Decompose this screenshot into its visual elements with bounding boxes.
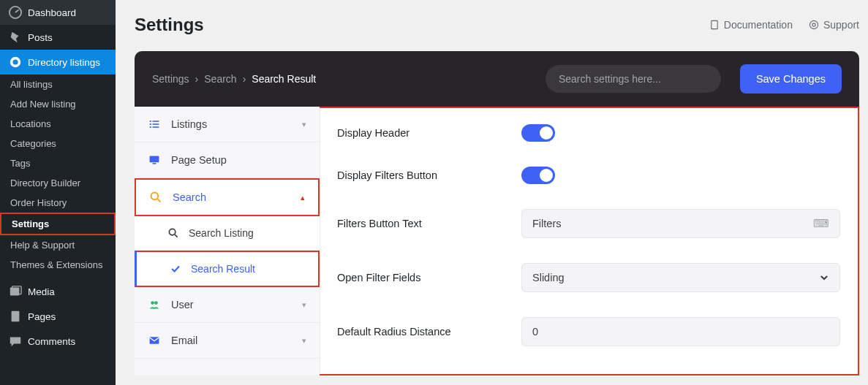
section-user[interactable]: User ▾ bbox=[135, 287, 320, 323]
settings-topbar: Settings › Search › Search Result Save C… bbox=[135, 51, 859, 107]
users-icon bbox=[148, 299, 161, 310]
submenu-help[interactable]: Help & Support bbox=[0, 235, 116, 255]
envelope-icon bbox=[148, 335, 161, 346]
toggle-display-header[interactable] bbox=[521, 124, 555, 142]
svg-point-19 bbox=[169, 229, 175, 235]
field-label: Display Header bbox=[337, 127, 521, 139]
submenu-locations[interactable]: Locations bbox=[0, 114, 116, 134]
svg-line-18 bbox=[157, 199, 160, 202]
field-label: Default Radius Distance bbox=[337, 326, 521, 338]
menu-media[interactable]: Media bbox=[0, 279, 116, 304]
section-label: Email bbox=[171, 335, 197, 346]
documentation-link[interactable]: Documentation bbox=[709, 19, 793, 31]
text-field[interactable] bbox=[532, 218, 813, 229]
input-default-radius[interactable] bbox=[521, 317, 840, 346]
submenu-tags[interactable]: Tags bbox=[0, 153, 116, 173]
main-content: Settings Documentation Support Settings … bbox=[116, 0, 868, 385]
pin-icon bbox=[9, 31, 22, 44]
section-label: Search Result bbox=[191, 263, 255, 275]
section-listings[interactable]: Listings ▾ bbox=[135, 107, 320, 142]
section-search[interactable]: Search ▴ bbox=[135, 178, 320, 216]
row-filters-button-text: Filters Button Text ⌨ bbox=[337, 209, 840, 238]
svg-point-7 bbox=[809, 20, 818, 28]
menu-dashboard[interactable]: Dashboard bbox=[0, 0, 116, 25]
row-open-filter-fields: Open Filter Fields Sliding bbox=[337, 263, 840, 292]
search-icon bbox=[149, 191, 162, 203]
svg-line-20 bbox=[175, 235, 178, 237]
menu-label: Directory listings bbox=[28, 57, 100, 68]
section-email[interactable]: Email ▾ bbox=[135, 323, 320, 359]
monitor-icon bbox=[148, 154, 161, 166]
chevron-right-icon: › bbox=[195, 73, 199, 85]
section-label: Listings bbox=[171, 118, 207, 130]
document-icon bbox=[709, 20, 720, 30]
link-label: Documentation bbox=[724, 19, 793, 31]
submenu-builder[interactable]: Directory Builder bbox=[0, 173, 116, 193]
section-page-setup[interactable]: Page Setup bbox=[135, 142, 320, 178]
section-label: Page Setup bbox=[171, 154, 227, 166]
section-label: Search Listing bbox=[189, 227, 254, 239]
chevron-up-icon: ▴ bbox=[301, 193, 305, 202]
submenu-add-new[interactable]: Add New listing bbox=[0, 94, 116, 114]
field-label: Filters Button Text bbox=[337, 218, 521, 229]
form-panel: Display Header Display Filters Button Fi… bbox=[320, 107, 859, 376]
submenu-themes[interactable]: Themes & Extensions bbox=[0, 255, 116, 275]
svg-rect-5 bbox=[12, 311, 20, 321]
media-icon bbox=[9, 285, 22, 298]
chevron-down-icon bbox=[819, 272, 829, 283]
input-suffix-icon: ⌨ bbox=[813, 218, 829, 229]
select-value: Sliding bbox=[532, 272, 565, 283]
input-filters-text[interactable]: ⌨ bbox=[521, 209, 840, 238]
submenu-categories[interactable]: Categories bbox=[0, 134, 116, 153]
section-sub-search-listing[interactable]: Search Listing bbox=[135, 216, 320, 251]
row-display-header: Display Header bbox=[337, 124, 840, 142]
toggle-display-filters[interactable] bbox=[521, 167, 555, 184]
crumb-leaf: Search Result bbox=[252, 73, 316, 85]
menu-label: Comments bbox=[28, 336, 75, 347]
settings-sections: Listings ▾ Page Setup Search ▴ Search bbox=[135, 107, 320, 376]
save-button[interactable]: Save Changes bbox=[740, 64, 842, 94]
svg-rect-6 bbox=[712, 20, 717, 28]
dashboard-icon bbox=[9, 6, 22, 19]
submenu-settings[interactable]: Settings bbox=[0, 213, 116, 235]
section-sub-search-result[interactable]: Search Result bbox=[135, 251, 320, 287]
field-label: Open Filter Fields bbox=[337, 272, 521, 283]
menu-pages[interactable]: Pages bbox=[0, 304, 116, 329]
comments-icon bbox=[9, 335, 22, 348]
topbar-right: Save Changes bbox=[546, 64, 842, 94]
support-link[interactable]: Support bbox=[809, 19, 859, 31]
svg-point-17 bbox=[151, 193, 159, 200]
crumb-mid[interactable]: Search bbox=[204, 73, 236, 85]
svg-rect-15 bbox=[150, 156, 159, 162]
svg-rect-9 bbox=[150, 121, 151, 122]
search-icon bbox=[167, 228, 180, 238]
svg-rect-16 bbox=[153, 163, 156, 164]
settings-search[interactable] bbox=[546, 65, 721, 93]
svg-rect-23 bbox=[150, 337, 159, 344]
number-field[interactable] bbox=[532, 326, 829, 338]
submenu-order-history[interactable]: Order History bbox=[0, 193, 116, 213]
chevron-down-icon: ▾ bbox=[302, 120, 306, 129]
search-input[interactable] bbox=[559, 73, 708, 85]
menu-label: Dashboard bbox=[28, 7, 76, 18]
section-label: Search bbox=[173, 191, 206, 203]
settings-body: Listings ▾ Page Setup Search ▴ Search bbox=[135, 107, 859, 376]
header-links: Documentation Support bbox=[709, 19, 859, 31]
svg-rect-11 bbox=[150, 123, 151, 125]
crumb-root[interactable]: Settings bbox=[152, 73, 189, 85]
page-header: Settings Documentation Support bbox=[135, 15, 859, 35]
chevron-down-icon: ▾ bbox=[302, 300, 306, 310]
submenu-all-listings[interactable]: All listings bbox=[0, 75, 116, 94]
menu-posts[interactable]: Posts bbox=[0, 25, 116, 50]
breadcrumb: Settings › Search › Search Result bbox=[152, 73, 316, 85]
menu-directory[interactable]: Directory listings bbox=[0, 50, 116, 75]
menu-comments[interactable]: Comments bbox=[0, 329, 116, 354]
field-label: Display Filters Button bbox=[337, 169, 521, 181]
row-default-radius: Default Radius Distance bbox=[337, 317, 840, 346]
chevron-down-icon: ▾ bbox=[302, 336, 306, 346]
svg-rect-13 bbox=[150, 126, 151, 128]
svg-point-22 bbox=[154, 301, 158, 305]
select-open-filter-fields[interactable]: Sliding bbox=[521, 263, 840, 292]
svg-rect-10 bbox=[153, 121, 159, 122]
row-display-filters-button: Display Filters Button bbox=[337, 167, 840, 184]
